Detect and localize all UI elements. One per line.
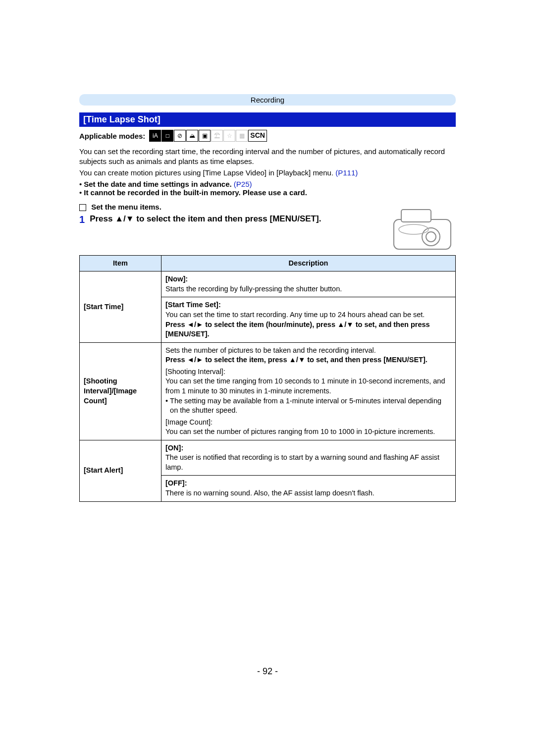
mode-icon-beach: ⛱ (211, 130, 223, 142)
step-number: 1 (79, 214, 85, 225)
cell-interval-desc: Sets the number of pictures to be taken … (161, 342, 456, 440)
camera-illustration (391, 207, 453, 254)
table-row: [Start Time] [Now]: Starts the recording… (80, 271, 456, 297)
starttimeset-extra: Press ◄/► to select the item (hour/minut… (165, 320, 451, 339)
alert-off-t: There is no warning sound. Also, the AF … (165, 488, 451, 498)
cell-start-time: [Start Time] (80, 271, 161, 342)
category-header: Recording (79, 94, 456, 106)
applicable-modes-row: Applicable modes: iA □ ⊘ ⛰ ▣ ⛱ ☆ ▦ SCN (79, 130, 456, 142)
alert-on-t: The user is notified that recording is t… (165, 453, 451, 472)
mode-icon-sport: ▣ (199, 130, 211, 142)
page-title: [Time Lapse Shot] (79, 112, 456, 127)
link-p25[interactable]: (P25) (234, 180, 252, 188)
imagecount-h: [Image Count]: (165, 418, 451, 428)
intro-p2: You can create motion pictures using [Ti… (79, 168, 456, 178)
settings-table: Item Description [Start Time] [Now]: Sta… (79, 255, 456, 502)
th-description: Description (161, 255, 456, 271)
subheading-text: Set the menu items. (91, 203, 161, 211)
interval-t3h: [Shooting Interval]: (165, 367, 451, 377)
mode-icons: iA □ ⊘ ⛰ ▣ ⛱ ☆ ▦ SCN (149, 130, 267, 142)
intro-p2-text: You can create motion pictures using [Ti… (79, 168, 335, 177)
mode-icon-star: ☆ (223, 130, 235, 142)
cell-alert-off: [OFF]: There is no warning sound. Also, … (161, 476, 456, 501)
bullet-2: • It cannot be recorded in the built-in … (79, 188, 456, 197)
now-text: Starts the recording by fully-pressing t… (165, 284, 451, 294)
interval-t2: Press ◄/► to select the item, press ▲/▼ … (165, 355, 451, 365)
interval-note: The setting may be available from a 1-mi… (170, 396, 451, 416)
mode-icon-scn: SCN (248, 130, 267, 142)
starttimeset-text: You can set the time to start recording.… (165, 310, 451, 320)
interval-t3: You can set the time ranging from 10 sec… (165, 377, 451, 396)
table-row: [Start Alert] [ON]: The user is notified… (80, 440, 456, 476)
checkbox-icon (79, 204, 86, 211)
page-number: - 92 - (0, 666, 535, 677)
now-heading: [Now]: (165, 274, 451, 284)
alert-off-h: [OFF]: (165, 479, 451, 488)
svg-rect-1 (401, 210, 431, 222)
bullet-1: • Set the date and time settings in adva… (79, 180, 456, 188)
cell-alert-on: [ON]: The user is notified that recordin… (161, 440, 456, 476)
mode-icon-scenery: ⛰ (186, 130, 198, 142)
starttimeset-heading: [Start Time Set]: (165, 300, 451, 310)
link-p111[interactable]: (P111) (335, 168, 358, 177)
bullet-dot: • (165, 396, 168, 416)
alert-on-h: [ON]: (165, 443, 451, 453)
mode-icon-misc: ▦ (236, 130, 248, 142)
bullet-2-text: It cannot be recorded in the built-in me… (84, 188, 307, 197)
cell-start-time-set: [Start Time Set]: You can set the time t… (161, 297, 456, 342)
interval-note-row: • The setting may be available from a 1-… (165, 396, 451, 416)
intro-bullets: • Set the date and time settings in adva… (79, 180, 456, 197)
modes-label: Applicable modes: (79, 132, 145, 140)
bullet-1-text: Set the date and time settings in advanc… (84, 180, 231, 188)
interval-t1: Sets the number of pictures to be taken … (165, 346, 451, 356)
svg-point-3 (426, 232, 436, 242)
th-item: Item (80, 255, 161, 271)
mode-icon-camera: □ (161, 130, 173, 142)
cell-start-alert: [Start Alert] (80, 440, 161, 501)
mode-icon-ia: iA (149, 130, 161, 142)
mode-icon-creative: ⊘ (174, 130, 186, 142)
step-text: Press ▲/▼ to select the item and then pr… (90, 214, 321, 224)
imagecount-t: You can set the number of pictures rangi… (165, 427, 451, 437)
intro-text: You can set the recording start time, th… (79, 147, 456, 197)
cell-now: [Now]: Starts the recording by fully-pre… (161, 271, 456, 297)
table-row: [Shooting Interval]/[Image Count] Sets t… (80, 342, 456, 440)
cell-interval-count: [Shooting Interval]/[Image Count] (80, 342, 161, 440)
page: Recording [Time Lapse Shot] Applicable m… (0, 0, 535, 756)
intro-p1: You can set the recording start time, th… (79, 147, 456, 167)
